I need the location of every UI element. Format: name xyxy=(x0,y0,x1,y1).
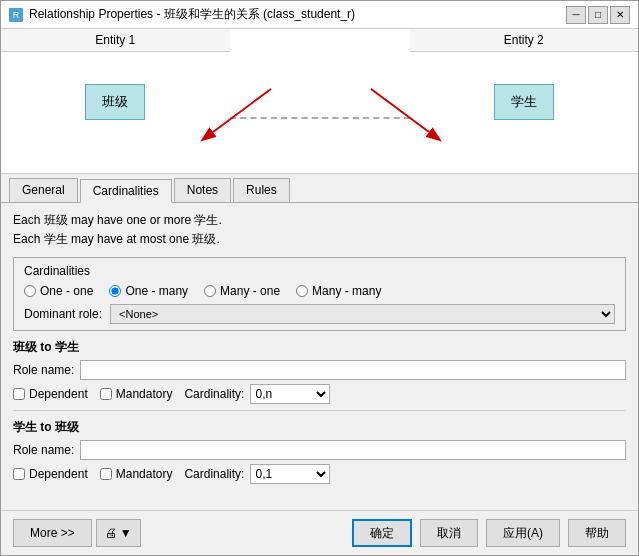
tab-general[interactable]: General xyxy=(9,178,78,202)
section2-dependent[interactable]: Dependent xyxy=(13,467,88,481)
title-controls: ─ □ ✕ xyxy=(566,6,630,24)
section1-cardinality-label: Cardinality: xyxy=(184,387,244,401)
cardinality-radio-row: One - one One - many Many - one Many - m… xyxy=(24,284,615,298)
section1-mandatory-label: Mandatory xyxy=(116,387,173,401)
desc-line1: Each 班级 may have one or more 学生. xyxy=(13,211,626,230)
close-button[interactable]: ✕ xyxy=(610,6,630,24)
section2-cardinality: Cardinality: 0,1 xyxy=(184,464,330,484)
section1-role-input[interactable] xyxy=(80,360,626,380)
print-button[interactable]: 🖨 ▼ xyxy=(96,519,141,547)
more-button[interactable]: More >> xyxy=(13,519,92,547)
help-button[interactable]: 帮助 xyxy=(568,519,626,547)
dominant-select[interactable]: <None> xyxy=(110,304,615,324)
description-text: Each 班级 may have one or more 学生. Each 学生… xyxy=(13,211,626,249)
minimize-button[interactable]: ─ xyxy=(566,6,586,24)
section1-dependent-checkbox[interactable] xyxy=(13,388,25,400)
section1-cardinality-select[interactable]: 0,n xyxy=(250,384,330,404)
section2-title: 学生 to 班级 xyxy=(13,419,626,436)
radio-one-many[interactable]: One - many xyxy=(109,284,188,298)
section2-mandatory-label: Mandatory xyxy=(116,467,173,481)
desc-line2: Each 学生 may have at most one 班级. xyxy=(13,230,626,249)
section2-mandatory-checkbox[interactable] xyxy=(100,468,112,480)
section2-cardinality-label: Cardinality: xyxy=(184,467,244,481)
section1-role-label: Role name: xyxy=(13,363,74,377)
tab-rules[interactable]: Rules xyxy=(233,178,290,202)
radio-many-one-input[interactable] xyxy=(204,285,216,297)
entity1-label: 班级 xyxy=(102,93,128,111)
entity1-header: Entity 1 xyxy=(1,29,230,52)
dominant-row: Dominant role: <None> xyxy=(24,304,615,324)
section1-dependent-label: Dependent xyxy=(29,387,88,401)
section2-dependent-label: Dependent xyxy=(29,467,88,481)
bottom-bar: More >> 🖨 ▼ 确定 取消 应用(A) 帮助 xyxy=(1,510,638,555)
section-divider xyxy=(13,410,626,411)
title-bar-left: R Relationship Properties - 班级和学生的关系 (cl… xyxy=(9,6,355,23)
radio-one-many-input[interactable] xyxy=(109,285,121,297)
tab-cardinalities[interactable]: Cardinalities xyxy=(80,179,172,203)
print-icon: 🖨 xyxy=(105,526,117,540)
connection-line xyxy=(230,117,410,119)
main-window: R Relationship Properties - 班级和学生的关系 (cl… xyxy=(0,0,639,556)
entity1-box: 班级 xyxy=(85,84,145,120)
entity1-col: Entity 1 班级 xyxy=(1,29,230,173)
content-area: Each 班级 may have one or more 学生. Each 学生… xyxy=(1,203,638,510)
diagram-center xyxy=(230,29,410,173)
bottom-right: 确定 取消 应用(A) 帮助 xyxy=(352,519,626,547)
entity2-label: 学生 xyxy=(511,93,537,111)
tab-notes[interactable]: Notes xyxy=(174,178,231,202)
diagram-area: Entity 1 班级 Entity 2 学生 xyxy=(1,29,638,174)
section1-mandatory[interactable]: Mandatory xyxy=(100,387,173,401)
apply-button[interactable]: 应用(A) xyxy=(486,519,560,547)
cancel-button[interactable]: 取消 xyxy=(420,519,478,547)
section1-mandatory-checkbox[interactable] xyxy=(100,388,112,400)
section2-role-label: Role name: xyxy=(13,443,74,457)
window-icon: R xyxy=(9,8,23,22)
section2-checkbox-row: Dependent Mandatory Cardinality: 0,1 xyxy=(13,464,626,484)
entity2-box: 学生 xyxy=(494,84,554,120)
confirm-button[interactable]: 确定 xyxy=(352,519,412,547)
radio-many-one-label: Many - one xyxy=(220,284,280,298)
window-title: Relationship Properties - 班级和学生的关系 (clas… xyxy=(29,6,355,23)
radio-one-one-input[interactable] xyxy=(24,285,36,297)
title-bar: R Relationship Properties - 班级和学生的关系 (cl… xyxy=(1,1,638,29)
section1-checkbox-row: Dependent Mandatory Cardinality: 0,n xyxy=(13,384,626,404)
section2-mandatory[interactable]: Mandatory xyxy=(100,467,173,481)
radio-many-many[interactable]: Many - many xyxy=(296,284,381,298)
cardinalities-group: Cardinalities One - one One - many Many … xyxy=(13,257,626,331)
section2-role-input[interactable] xyxy=(80,440,626,460)
radio-many-many-label: Many - many xyxy=(312,284,381,298)
entity2-header: Entity 2 xyxy=(410,29,639,52)
section1-cardinality: Cardinality: 0,n xyxy=(184,384,330,404)
bottom-left: More >> 🖨 ▼ xyxy=(13,519,141,547)
radio-one-one[interactable]: One - one xyxy=(24,284,93,298)
restore-button[interactable]: □ xyxy=(588,6,608,24)
dominant-label: Dominant role: xyxy=(24,307,102,321)
tabs: General Cardinalities Notes Rules xyxy=(1,174,638,203)
tabs-area: General Cardinalities Notes Rules xyxy=(1,174,638,203)
entity2-col: Entity 2 学生 xyxy=(410,29,639,173)
section2-role-row: Role name: xyxy=(13,440,626,460)
print-dropdown-icon: ▼ xyxy=(120,526,132,540)
section1-title: 班级 to 学生 xyxy=(13,339,626,356)
section1-role-row: Role name: xyxy=(13,360,626,380)
section1-dependent[interactable]: Dependent xyxy=(13,387,88,401)
section2-dependent-checkbox[interactable] xyxy=(13,468,25,480)
radio-one-many-label: One - many xyxy=(125,284,188,298)
radio-one-one-label: One - one xyxy=(40,284,93,298)
section2-cardinality-select[interactable]: 0,1 xyxy=(250,464,330,484)
cardinalities-group-title: Cardinalities xyxy=(24,264,615,278)
radio-many-many-input[interactable] xyxy=(296,285,308,297)
radio-many-one[interactable]: Many - one xyxy=(204,284,280,298)
